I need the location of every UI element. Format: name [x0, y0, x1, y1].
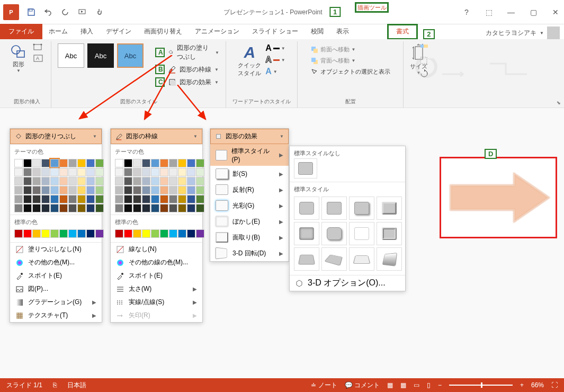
help-icon[interactable]: ?	[461, 8, 472, 16]
style-preset-1[interactable]: Abc	[58, 43, 84, 68]
color-swatch[interactable]	[23, 204, 32, 212]
color-swatch[interactable]	[32, 177, 41, 185]
text-fill-button[interactable]: A▼	[265, 43, 285, 53]
preset-1[interactable]	[294, 197, 319, 220]
close-icon[interactable]: ✕	[550, 8, 561, 16]
drawing-tools-tab[interactable]: 描画ツール	[355, 2, 389, 13]
edit-shape-icon[interactable]	[33, 43, 44, 52]
color-swatch[interactable]	[160, 195, 168, 203]
soft-edges-item[interactable]: ぼかし(E)▶	[210, 213, 289, 229]
color-swatch[interactable]	[68, 204, 77, 212]
color-swatch[interactable]	[178, 204, 186, 212]
color-swatch[interactable]	[187, 168, 195, 176]
color-swatch[interactable]	[95, 159, 104, 167]
color-swatch[interactable]	[169, 177, 177, 185]
tab-transitions[interactable]: 画面切り替え	[138, 25, 189, 39]
zoom-slider[interactable]	[449, 385, 513, 386]
color-swatch[interactable]	[50, 177, 59, 185]
language-indicator[interactable]: 日本語	[67, 381, 86, 390]
color-swatch[interactable]	[187, 229, 195, 238]
tab-insert[interactable]: 挿入	[74, 25, 100, 39]
color-swatch[interactable]	[115, 159, 123, 167]
color-swatch[interactable]	[124, 168, 132, 176]
color-swatch[interactable]	[115, 204, 123, 212]
color-swatch[interactable]	[187, 159, 195, 167]
rotate-icon[interactable]	[419, 69, 429, 78]
style-gallery[interactable]: Abc Abc Abc	[58, 43, 144, 68]
color-swatch[interactable]	[32, 186, 41, 194]
color-swatch[interactable]	[115, 168, 123, 176]
preset-9[interactable]	[294, 247, 319, 271]
color-swatch[interactable]	[133, 177, 141, 185]
color-swatch[interactable]	[178, 177, 186, 185]
color-swatch[interactable]	[187, 186, 195, 194]
color-swatch[interactable]	[169, 195, 177, 203]
user-area[interactable]: カタヒラヨシアキ ▼	[486, 26, 560, 39]
glow-item[interactable]: 光彩(G)▶	[210, 198, 289, 213]
shape-fill-header[interactable]: 図形の塗りつぶし▼	[10, 129, 102, 144]
color-swatch[interactable]	[32, 229, 41, 238]
zoom-in-button[interactable]: +	[520, 381, 524, 389]
color-swatch[interactable]	[151, 159, 159, 167]
color-swatch[interactable]	[59, 168, 68, 176]
color-swatch[interactable]	[178, 168, 186, 176]
color-swatch[interactable]	[124, 159, 132, 167]
color-swatch[interactable]	[133, 195, 141, 203]
color-swatch[interactable]	[151, 186, 159, 194]
tab-design[interactable]: デザイン	[100, 25, 138, 39]
tab-view[interactable]: 表示	[330, 25, 355, 39]
color-swatch[interactable]	[50, 168, 59, 176]
color-swatch[interactable]	[115, 195, 123, 203]
color-swatch[interactable]	[86, 229, 95, 238]
shadow-item[interactable]: 影(S)▶	[210, 166, 289, 182]
preset-2[interactable]	[321, 197, 347, 220]
color-swatch[interactable]	[41, 159, 50, 167]
rotation-3d-item[interactable]: 3-D 回転(D)▶	[210, 245, 289, 261]
tab-home[interactable]: ホーム	[42, 25, 74, 39]
color-swatch[interactable]	[95, 204, 104, 212]
slideshow-view-icon[interactable]: ▯	[427, 381, 431, 389]
color-swatch[interactable]	[142, 195, 150, 203]
color-swatch[interactable]	[160, 204, 168, 212]
3d-options-item[interactable]: 3-D オプション(O)...	[290, 275, 405, 291]
color-swatch[interactable]	[124, 186, 132, 194]
color-swatch[interactable]	[178, 229, 186, 238]
color-swatch[interactable]	[187, 177, 195, 185]
color-swatch[interactable]	[196, 204, 204, 212]
color-swatch[interactable]	[68, 229, 77, 238]
color-swatch[interactable]	[187, 195, 195, 203]
color-swatch[interactable]	[151, 177, 159, 185]
redo-icon[interactable]	[60, 7, 70, 17]
bevel-item[interactable]: 面取り(B)▶	[210, 229, 289, 245]
color-swatch[interactable]	[14, 177, 23, 185]
zoom-out-button[interactable]: −	[438, 381, 442, 389]
color-swatch[interactable]	[178, 186, 186, 194]
color-swatch[interactable]	[77, 229, 86, 238]
color-swatch[interactable]	[23, 168, 32, 176]
tab-review[interactable]: 校閲	[305, 25, 330, 39]
undo-icon[interactable]	[43, 7, 53, 17]
tab-slideshow[interactable]: スライド ショー	[246, 25, 305, 39]
color-swatch[interactable]	[68, 186, 77, 194]
color-swatch[interactable]	[50, 204, 59, 212]
color-swatch[interactable]	[68, 195, 77, 203]
color-swatch[interactable]	[95, 177, 104, 185]
color-swatch[interactable]	[14, 159, 23, 167]
sorter-view-icon[interactable]: ▦	[400, 381, 406, 389]
color-swatch[interactable]	[41, 177, 50, 185]
more-colors-item[interactable]: その他の色(M)...	[10, 256, 102, 269]
color-swatch[interactable]	[59, 195, 68, 203]
preset-12[interactable]	[377, 247, 402, 271]
preset-3[interactable]	[349, 197, 374, 220]
color-swatch[interactable]	[68, 177, 77, 185]
file-tab[interactable]: ファイル	[0, 24, 42, 39]
wordart-launcher[interactable]: ⬊	[557, 100, 561, 105]
color-swatch[interactable]	[133, 204, 141, 212]
color-swatch[interactable]	[41, 168, 50, 176]
color-swatch[interactable]	[50, 159, 59, 167]
save-icon[interactable]	[26, 7, 36, 17]
color-swatch[interactable]	[160, 168, 168, 176]
color-swatch[interactable]	[59, 186, 68, 194]
color-swatch[interactable]	[178, 159, 186, 167]
color-swatch[interactable]	[169, 168, 177, 176]
